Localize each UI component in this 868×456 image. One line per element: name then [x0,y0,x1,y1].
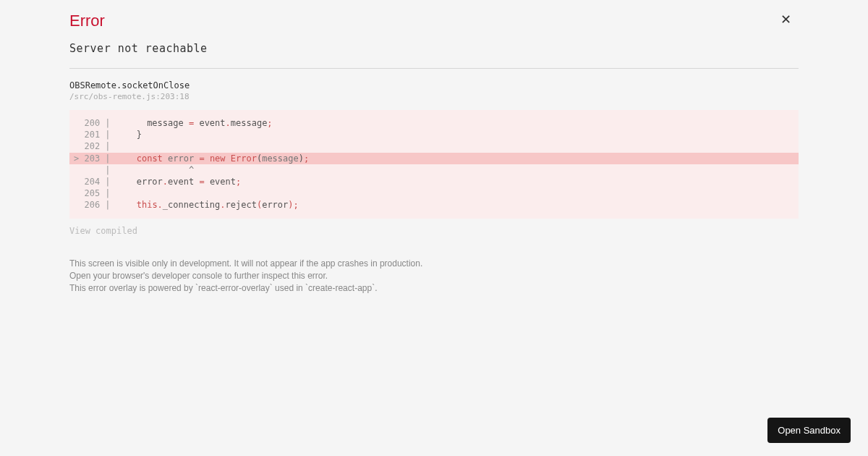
code-line: | ^ [69,164,799,176]
code-line: 204 | error.event = event; [69,176,799,187]
code-line: > 203 | const error = new Error(message)… [69,153,799,164]
footer-line-2: Open your browser's developer console to… [69,270,799,282]
code-frame: 200 | message = event.message; 201 | } 2… [69,110,799,219]
error-title: Error [69,12,105,30]
stack-function-name: OBSRemote.socketOnClose [69,80,799,90]
divider [69,68,799,69]
stack-location: /src/obs-remote.js:203:18 [69,92,799,101]
close-icon[interactable]: ✕ [780,13,791,26]
code-line: 200 | message = event.message; [69,117,799,129]
error-message: Server not reachable [69,42,799,55]
code-line: 205 | [69,187,799,199]
footer-line-1: This screen is visible only in developme… [69,258,799,270]
view-compiled-link[interactable]: View compiled [69,226,799,236]
footer-notes: This screen is visible only in developme… [69,258,799,295]
code-line: 202 | [69,140,799,152]
open-sandbox-button[interactable]: Open Sandbox [767,418,851,443]
footer-line-3: This error overlay is powered by `react-… [69,282,799,295]
code-line: 206 | this._connecting.reject(error); [69,199,799,211]
code-line: 201 | } [69,129,799,140]
error-overlay: Error ✕ Server not reachable OBSRemote.s… [0,0,868,295]
